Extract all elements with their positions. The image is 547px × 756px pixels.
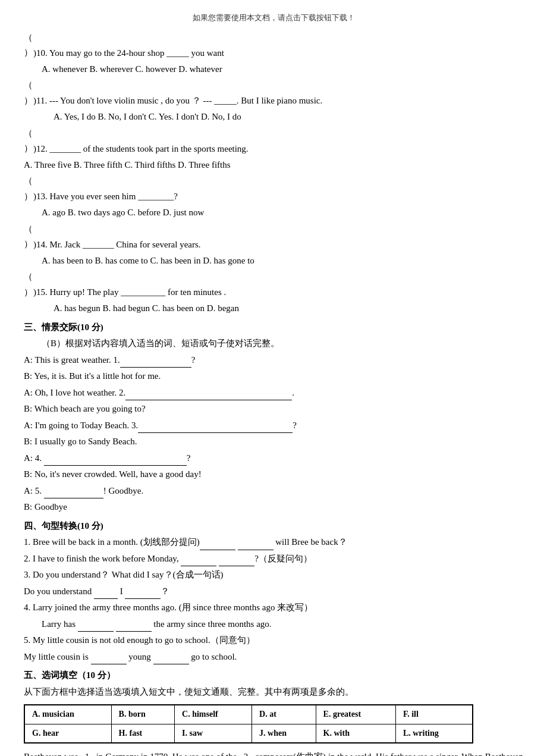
dialogue-6: B: I usually go to Sandy Beach. [24, 434, 523, 450]
q15-stem: （ ）)15. Hurry up! The play __________ fo… [24, 269, 523, 300]
dialogue-4: B: Which beach are you going to? [24, 401, 523, 417]
header-text: 如果您需要使用本文档，请点击下载按钮下载！ [193, 13, 355, 22]
word-table-row1: A. musician B. born C. himself D. at E. … [24, 705, 473, 724]
word-d: D. at [252, 705, 316, 724]
word-g: G. hear [24, 724, 111, 743]
page-header: 如果您需要使用本文档，请点击下载按钮下载！ [24, 12, 523, 24]
section3-dialogues: A: This is great weather. 1.? B: Yes, it… [24, 353, 523, 515]
passage: Beethoven was 1 in Germany in 1770. He w… [24, 748, 523, 756]
q15-paren: （ ） [24, 269, 33, 300]
q15-options: A. has begun B. had begun C. has been on… [24, 301, 523, 316]
q12-stem: （ ）)12. _______ of the students took par… [24, 126, 523, 156]
q13-stem: （ ）)13. Have you ever seen him ________? [24, 174, 523, 204]
q12-options: A. Three five B. Three fifth C. Third fi… [24, 158, 523, 173]
s4-item5b: My little cousin is young go to school. [24, 650, 523, 665]
q11-paren: （ ） [24, 78, 33, 108]
section4-items: 1. Bree will be back in a month. (划线部分提问… [24, 535, 523, 664]
q14-stem: （ ）)14. Mr. Jack _______ China for sever… [24, 222, 523, 252]
dialogue-5: A: I'm going to Today Beach. 3.? [24, 418, 523, 434]
s4-item5: 5. My little cousin is not old enough to… [24, 633, 523, 648]
word-k: K. with [316, 724, 395, 743]
section3-instruction: （B）根据对话内容填入适当的词、短语或句子使对话完整。 [24, 336, 523, 352]
page-content: 如果您需要使用本文档，请点击下载按钮下载！ （ ）)10. You may go… [24, 12, 523, 756]
q10-stem: （ ）)10. You may go to the 24-hour shop _… [24, 30, 523, 61]
q14-options: A. has been to B. has come to C. has bee… [24, 253, 523, 269]
q13-options: A. ago B. two days ago C. before D. just… [24, 205, 523, 221]
s4-item1: 1. Bree will be back in a month. (划线部分提问… [24, 535, 523, 550]
dialogue-2: B: Yes, it is. But it's a little hot for… [24, 369, 523, 384]
word-f: F. ill [395, 705, 473, 724]
word-l: L. writing [395, 724, 473, 743]
word-h: H. fast [111, 724, 174, 743]
s4-item3: 3. Do you understand？ What did I say？(合成… [24, 567, 523, 583]
s4-item3b: Do you understand I ？ [24, 584, 523, 600]
dialogue-1: A: This is great weather. 1.? [24, 353, 523, 368]
word-b: B. born [111, 705, 174, 724]
word-table: A. musician B. born C. himself D. at E. … [24, 704, 473, 744]
q10-paren: （ ） [24, 30, 33, 61]
s4-item4b: Larry has the army since three months ag… [24, 617, 523, 632]
section4-title: 四、句型转换(10 分) [24, 519, 523, 534]
word-a: A. musician [24, 705, 111, 724]
q11-options: A. Yes, I do B. No, I don't C. Yes. I do… [24, 109, 523, 125]
dialogue-9: A: 5. ! Goodbye. [24, 484, 523, 499]
dialogue-8: B: No, it's never crowded. Well, have a … [24, 467, 523, 482]
word-i: I. saw [175, 724, 252, 743]
section5-instruction: 从下面方框中选择适当选项填入短文中，使短文通顺、完整。其中有两项是多余的。 [24, 685, 523, 700]
s4-item2: 2. I have to finish the work before Mond… [24, 551, 523, 567]
word-table-row2: G. hear H. fast I. saw J. when K. with L… [24, 724, 473, 743]
word-e: E. greatest [316, 705, 395, 724]
q14-paren: （ ） [24, 222, 33, 252]
dialogue-7: A: 4. ? [24, 451, 523, 466]
q10-options: A. whenever B. wherever C. however D. wh… [24, 62, 523, 77]
s4-item4: 4. Larry joined the army three months ag… [24, 600, 523, 616]
q13-paren: （ ） [24, 174, 33, 204]
dialogue-10: B: Goodbye [24, 500, 523, 515]
q11-stem: （ ）)11. --- You don't love violin music … [24, 78, 523, 108]
section5-title: 五、选词填空（10 分） [24, 668, 523, 683]
section3-title: 三、情景交际(10 分) [24, 320, 523, 335]
word-c: C. himself [175, 705, 252, 724]
q12-paren: （ ） [24, 126, 33, 156]
word-j: J. when [252, 724, 316, 743]
dialogue-3: A: Oh, I love hot weather. 2.. [24, 385, 523, 401]
